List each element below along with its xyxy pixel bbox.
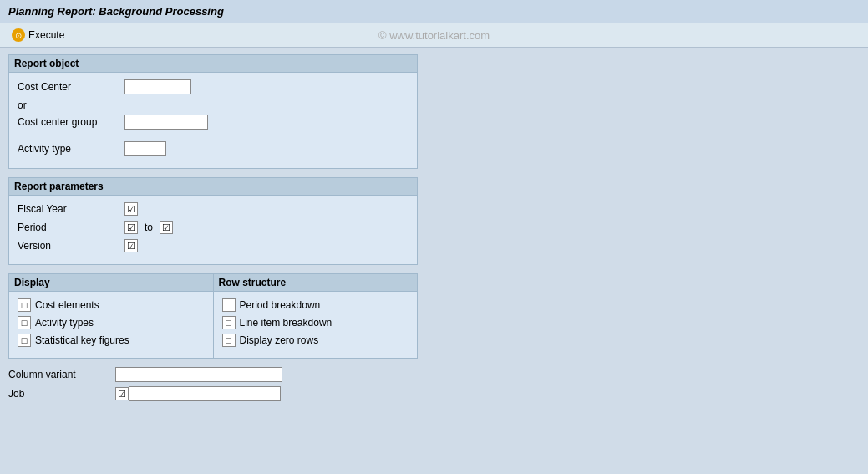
execute-icon: ⊙ (12, 28, 25, 42)
activity-type-row: Activity type (18, 141, 409, 156)
activity-types-checkbox[interactable]: □ (18, 316, 31, 329)
display-column: Display □ Cost elements □ Activity types… (9, 274, 214, 358)
statistical-key-figures-row: □ Statistical key figures (18, 334, 205, 347)
column-variant-row: Column variant (8, 367, 418, 382)
period-from-checkbox[interactable]: ☑ (124, 221, 138, 234)
period-breakdown-row: □ Period breakdown (222, 298, 409, 312)
execute-label: Execute (28, 29, 64, 41)
row-structure-header: Row structure (214, 274, 418, 292)
line-item-breakdown-label: Line item breakdown (240, 317, 332, 329)
cost-center-row: Cost Center (18, 79, 409, 94)
fiscal-year-label: Fiscal Year (18, 203, 118, 215)
statistical-key-figures-label: Statistical key figures (35, 334, 129, 346)
execute-button[interactable]: ⊙ Execute (8, 27, 68, 43)
row-structure-body: □ Period breakdown □ Line item breakdown… (214, 292, 418, 358)
watermark: © www.tutorialkart.com (378, 29, 490, 42)
activity-types-label: Activity types (35, 317, 94, 329)
cost-center-group-label: Cost center group (18, 116, 118, 128)
title-bar: Planning Report: Background Processing (0, 0, 868, 23)
column-variant-label: Column variant (8, 369, 109, 380)
display-header: Display (9, 274, 213, 292)
job-row: Job ☑ (8, 386, 418, 401)
activity-types-row: □ Activity types (18, 316, 205, 329)
to-label: to (145, 222, 153, 233)
activity-type-input[interactable] (124, 141, 166, 156)
job-container: ☑ (115, 386, 281, 401)
display-zero-rows-checkbox[interactable]: □ (222, 334, 236, 347)
report-parameters-header: Report parameters (9, 178, 417, 196)
cost-center-input[interactable] (124, 79, 191, 94)
cost-elements-row: □ Cost elements (18, 298, 205, 312)
cost-elements-checkbox[interactable]: □ (18, 298, 31, 312)
version-label: Version (18, 240, 118, 252)
cost-center-group-row: Cost center group (18, 115, 409, 130)
line-item-breakdown-checkbox[interactable]: □ (222, 316, 236, 329)
cost-center-label: Cost Center (18, 81, 118, 93)
content: Report object Cost Center or Cost center… (0, 48, 868, 412)
column-variant-input[interactable] (115, 367, 282, 382)
display-zero-rows-row: □ Display zero rows (222, 334, 409, 347)
report-object-section: Report object Cost Center or Cost center… (8, 54, 418, 169)
bottom-fields: Column variant Job ☑ (8, 367, 418, 401)
cost-elements-label: Cost elements (35, 299, 99, 311)
version-row: Version ☑ (18, 239, 409, 252)
display-body: □ Cost elements □ Activity types □ Stati… (9, 292, 213, 358)
fiscal-year-row: Fiscal Year ☑ (18, 202, 409, 216)
period-row: Period ☑ to ☑ (18, 221, 409, 234)
period-breakdown-checkbox[interactable]: □ (222, 298, 236, 312)
row-structure-column: Row structure □ Period breakdown □ Line … (214, 274, 418, 358)
line-item-breakdown-row: □ Line item breakdown (222, 316, 409, 329)
job-checkbox[interactable]: ☑ (115, 387, 129, 400)
job-input[interactable] (129, 386, 281, 401)
display-rowstructure-section: Display □ Cost elements □ Activity types… (8, 273, 418, 359)
version-checkbox[interactable]: ☑ (124, 239, 138, 252)
cost-center-group-input[interactable] (124, 115, 208, 130)
report-object-body: Cost Center or Cost center group Activit… (9, 73, 417, 168)
or-label: or (18, 99, 409, 111)
fiscal-year-checkbox[interactable]: ☑ (124, 202, 138, 216)
period-breakdown-label: Period breakdown (240, 299, 321, 311)
activity-type-label: Activity type (18, 143, 118, 155)
report-parameters-body: Fiscal Year ☑ Period ☑ to ☑ Version ☑ (9, 196, 417, 264)
page-title: Planning Report: Background Processing (8, 5, 224, 18)
period-label: Period (18, 222, 118, 233)
job-label: Job (8, 388, 109, 400)
display-zero-rows-label: Display zero rows (240, 334, 319, 346)
report-object-header: Report object (9, 55, 417, 73)
period-to-checkbox[interactable]: ☑ (160, 221, 173, 234)
statistical-key-figures-checkbox[interactable]: □ (18, 334, 31, 347)
report-parameters-section: Report parameters Fiscal Year ☑ Period ☑… (8, 177, 418, 265)
toolbar: ⊙ Execute © www.tutorialkart.com (0, 23, 868, 48)
